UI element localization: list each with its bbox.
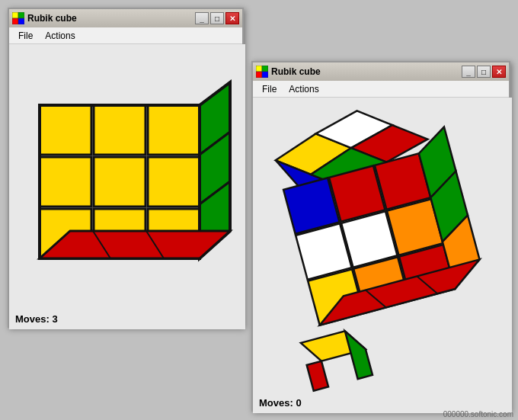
title-bar-2[interactable]: Rubik cube _ □ ✕ bbox=[253, 63, 509, 81]
close-button-2[interactable]: ✕ bbox=[492, 66, 506, 78]
cube-svg-2 bbox=[257, 105, 508, 395]
menu-file-2[interactable]: File bbox=[256, 82, 283, 96]
svg-rect-8 bbox=[94, 157, 145, 207]
window-1: Rubik cube _ □ ✕ File Actions bbox=[8, 8, 244, 328]
minimize-button-2[interactable]: _ bbox=[462, 66, 475, 78]
svg-rect-1 bbox=[18, 12, 24, 18]
svg-rect-25 bbox=[262, 72, 268, 78]
window-title-2: Rubik cube bbox=[271, 66, 462, 77]
moves-label-1: Moves: 3 bbox=[15, 313, 58, 325]
svg-rect-4 bbox=[40, 105, 91, 155]
window-controls-1: _ □ ✕ bbox=[195, 12, 239, 24]
cube-svg-1 bbox=[17, 59, 245, 303]
window-title-1: Rubik cube bbox=[27, 13, 195, 24]
menu-bar-2: File Actions bbox=[253, 81, 509, 98]
maximize-button-2[interactable]: □ bbox=[477, 66, 491, 78]
svg-rect-24 bbox=[256, 72, 262, 78]
svg-marker-48 bbox=[307, 361, 328, 391]
menu-bar-1: File Actions bbox=[9, 27, 242, 44]
svg-rect-2 bbox=[12, 18, 18, 24]
menu-file-1[interactable]: File bbox=[12, 29, 39, 43]
svg-rect-5 bbox=[94, 105, 145, 155]
window-2: Rubik cube _ □ ✕ File Actions bbox=[251, 61, 510, 412]
moves-label-2: Moves: 0 bbox=[259, 397, 302, 409]
svg-rect-6 bbox=[148, 105, 200, 155]
svg-rect-7 bbox=[40, 157, 91, 207]
title-bar-1[interactable]: Rubik cube _ □ ✕ bbox=[9, 9, 242, 27]
menu-actions-1[interactable]: Actions bbox=[39, 29, 81, 43]
svg-rect-9 bbox=[148, 157, 200, 207]
window-content-1: Moves: 3 bbox=[9, 44, 245, 329]
svg-marker-18 bbox=[40, 231, 230, 258]
window-icon-2 bbox=[256, 66, 268, 78]
svg-rect-22 bbox=[256, 66, 262, 72]
menu-actions-2[interactable]: Actions bbox=[283, 82, 325, 96]
maximize-button-1[interactable]: □ bbox=[210, 12, 224, 24]
window-controls-2: _ □ ✕ bbox=[462, 66, 506, 78]
watermark: 000000.softonic.com bbox=[443, 410, 513, 418]
svg-rect-3 bbox=[18, 18, 24, 24]
svg-rect-23 bbox=[262, 66, 268, 72]
window-content-2: Moves: 0 bbox=[253, 98, 512, 413]
window-icon-1 bbox=[12, 12, 24, 24]
svg-rect-0 bbox=[12, 12, 18, 18]
minimize-button-1[interactable]: _ bbox=[195, 12, 209, 24]
close-button-1[interactable]: ✕ bbox=[225, 12, 239, 24]
